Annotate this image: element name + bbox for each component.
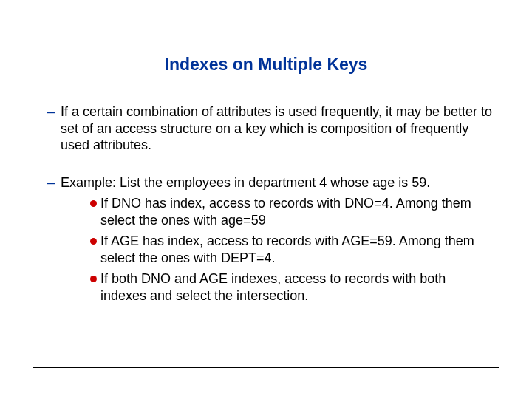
bullet-2: – Example: List the employees in departm… [43, 174, 494, 304]
sub-bullet-1-text: If DNO has index, access to records with… [100, 196, 471, 228]
sub-bullet-3: If both DNO and AGE indexes, access to r… [61, 270, 494, 304]
disc-icon [90, 238, 97, 245]
sub-bullet-2: If AGE has index, access to records with… [61, 233, 494, 266]
slide-title: Indexes on Multiple Keys [0, 55, 532, 75]
horizontal-rule [33, 367, 499, 368]
disc-icon [90, 200, 97, 207]
dash-icon: – [47, 174, 55, 191]
sub-bullet-1: If DNO has index, access to records with… [61, 195, 494, 228]
disc-icon [90, 276, 97, 282]
slide: Indexes on Multiple Keys – If a certain … [0, 0, 532, 399]
bullet-2-text: Example: List the employees in departmen… [61, 175, 430, 190]
dash-icon: – [47, 103, 55, 120]
sub-bullet-2-text: If AGE has index, access to records with… [100, 233, 474, 265]
slide-body: – If a certain combination of attributes… [43, 103, 494, 324]
bullet-1: – If a certain combination of attributes… [43, 103, 494, 154]
bullet-1-text: If a certain combination of attributes i… [61, 104, 492, 152]
sub-bullet-3-text: If both DNO and AGE indexes, access to r… [100, 271, 446, 303]
